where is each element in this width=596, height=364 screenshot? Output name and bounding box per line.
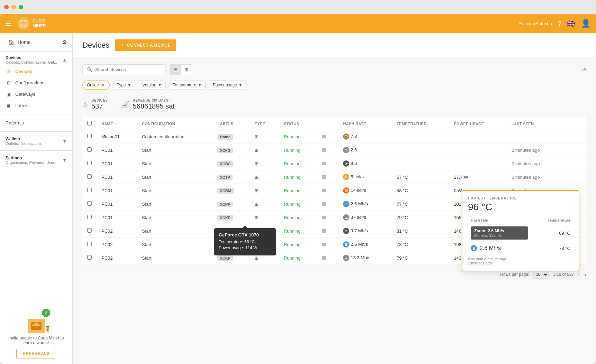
connect-device-button[interactable]: ＋ CONNECT A DEVICE xyxy=(115,39,176,51)
row-checkbox[interactable] xyxy=(87,228,92,233)
user-icon[interactable]: 👤 xyxy=(581,19,590,28)
refresh-button[interactable]: ↺ xyxy=(582,66,586,73)
cell-graph xyxy=(317,184,338,197)
hamburger-menu[interactable]: ☰ xyxy=(6,19,12,28)
col-lastseen[interactable]: Last seen xyxy=(507,118,586,130)
version-filter[interactable]: Version ▼ xyxy=(139,81,166,90)
sidebar-wallets[interactable]: Wallets Wallets, Transactions ▼ xyxy=(0,134,72,148)
cell-graph xyxy=(317,197,338,211)
cell-type: ⊞ xyxy=(250,197,279,211)
gpu-tooltip: GeForce GTX 1070 Temperature: 68 °C Powe… xyxy=(214,228,276,255)
cell-temp: 67 °C xyxy=(392,170,449,184)
row-checkbox[interactable] xyxy=(87,161,92,165)
labels-icon: ◼ xyxy=(6,103,12,108)
search-box[interactable]: 🔍 xyxy=(82,64,165,75)
col-name[interactable]: Name ↑ xyxy=(97,118,137,130)
close-button[interactable] xyxy=(4,5,9,9)
row-checkbox[interactable] xyxy=(87,201,92,206)
sidebar-configurations-label: Configurations xyxy=(15,80,44,85)
col-status[interactable]: Status xyxy=(279,118,317,130)
row-checkbox[interactable] xyxy=(87,215,92,219)
row-checkbox[interactable] xyxy=(87,188,92,192)
sidebar-item-configurations[interactable]: ⊞ Configurations xyxy=(0,77,72,88)
referrals-button[interactable]: REFERRALS xyxy=(16,349,56,358)
cell-label: XCFG xyxy=(213,143,250,157)
temp-card-row-1: Zcoin: 2.6 Mh/s Monero: 932 h/s 69 °C xyxy=(468,224,573,242)
sidebar-item-devices[interactable]: ⚠ Devices xyxy=(0,66,72,77)
temperature-filter[interactable]: Temperature ▼ xyxy=(169,81,206,90)
sidebar-item-labels[interactable]: ◼ Labels xyxy=(0,100,72,111)
collapse-icon[interactable]: ▲ xyxy=(62,57,67,63)
col-power[interactable]: Power usage xyxy=(449,118,507,130)
cell-type: ⊞ xyxy=(250,184,279,197)
cell-temp: 79 °C xyxy=(392,211,449,224)
col-labels[interactable]: Labels xyxy=(213,118,250,130)
devices-stat-icon: ⚠ xyxy=(82,101,88,108)
cell-lastseen: 2 minutes ago xyxy=(507,143,586,157)
cell-config: Start xyxy=(137,224,213,238)
sidebar-settings[interactable]: Settings Organisation, Payment, Users ▼ xyxy=(0,153,72,167)
col-type[interactable]: Type xyxy=(250,118,279,130)
highest-temp-value: 96 °C xyxy=(468,202,573,213)
list-view-button[interactable]: ☰ xyxy=(170,65,181,75)
cell-name: PC01 xyxy=(97,184,137,197)
row-checkbox[interactable] xyxy=(87,255,92,260)
row-checkbox[interactable] xyxy=(87,242,92,246)
table-row[interactable]: PC01 Start XCFG ⊞ Running ⊙ 2.6 2 minute… xyxy=(82,143,586,157)
type-filter-arrow: ▼ xyxy=(127,83,132,87)
col-temperature[interactable]: Temperature xyxy=(392,118,449,130)
maximize-button[interactable] xyxy=(19,5,23,9)
cell-hashrate: ☁ 37 sol/s xyxy=(338,211,392,224)
cell-label: Home xyxy=(213,130,250,143)
table-row[interactable]: PC01 Start XCTP ⊞ Running B 5 sol/s 67 °… xyxy=(82,170,586,184)
search-input[interactable] xyxy=(95,67,161,72)
table-row[interactable]: PC01 Start XCBC ⊞ Running ⟳ 9.6 2 minute… xyxy=(82,157,586,170)
devices-stat-label: DEVICES xyxy=(91,99,108,102)
cell-type: ⊞ xyxy=(250,130,279,143)
select-all-checkbox[interactable] xyxy=(87,121,92,125)
cell-temp: 77 °C xyxy=(392,197,449,211)
wallets-title: Wallets xyxy=(6,137,42,141)
cell-lastseen: 2 minutes ago xyxy=(507,157,586,170)
minimize-button[interactable] xyxy=(11,5,16,9)
sidebar-item-home[interactable]: 🏠 Home xyxy=(3,35,36,50)
zcoin-icon: Ƶ xyxy=(471,245,477,251)
cell-temp: 81 °C xyxy=(392,224,449,238)
prev-page-button[interactable]: ‹ xyxy=(578,271,580,278)
grid-view-button[interactable]: ⊞ xyxy=(181,65,192,75)
cell-hashrate: ⟳ 9.7 Mh/s xyxy=(338,224,392,238)
cell-config: Start xyxy=(137,157,213,170)
tooltip-temperature: Temperature: 68 °C xyxy=(219,240,271,244)
cell-label: XCPP xyxy=(213,197,250,211)
sidebar-item-gateways[interactable]: ▣ Gateways xyxy=(0,88,72,100)
page-title: Devices xyxy=(82,41,109,50)
cell-graph xyxy=(317,251,338,265)
row-checkbox[interactable] xyxy=(87,147,92,152)
cell-temp: 58 °C xyxy=(392,184,449,197)
row-checkbox[interactable] xyxy=(87,134,92,138)
sidebar-item-referrals[interactable]: Referrals xyxy=(0,117,72,129)
language-icon[interactable]: 🇬🇧 xyxy=(567,19,576,28)
currency-label[interactable]: Bitcoin (Satoshi) xyxy=(519,21,552,26)
power-usage-filter[interactable]: Power usage ▼ xyxy=(209,81,246,90)
power-usage-filter-arrow: ▼ xyxy=(238,83,243,87)
cell-name: PC02 xyxy=(97,224,137,238)
rows-per-page-select[interactable]: 10 25 50 xyxy=(532,270,549,279)
cell-status: Running xyxy=(279,184,317,197)
row-checkbox[interactable] xyxy=(87,174,92,179)
help-icon[interactable]: ? xyxy=(558,20,561,28)
next-page-button[interactable]: › xyxy=(584,271,586,278)
online-filter-chip[interactable]: Online ✕ xyxy=(82,81,110,90)
col-configuration[interactable]: Configuration xyxy=(137,118,213,130)
cell-power xyxy=(449,143,507,157)
promo-text: Invite people to Cudo Miner to earn rewa… xyxy=(6,336,67,345)
logo-text: CUDO MINER xyxy=(33,19,46,29)
cell-label: XCBM xyxy=(213,184,250,197)
hash-rate-col-header: Hash rate xyxy=(468,217,531,224)
type-filter[interactable]: Type ▼ xyxy=(113,81,135,90)
remove-online-filter[interactable]: ✕ xyxy=(101,82,105,88)
settings-icon[interactable]: ⚙ xyxy=(59,36,70,48)
toolbar: 🔍 ☰ ⊞ ↺ xyxy=(82,64,586,75)
table-row[interactable]: Mining01 Custom configuration Home ⊞ Run… xyxy=(82,130,586,143)
col-hashrate[interactable]: Hash rate xyxy=(338,118,392,130)
